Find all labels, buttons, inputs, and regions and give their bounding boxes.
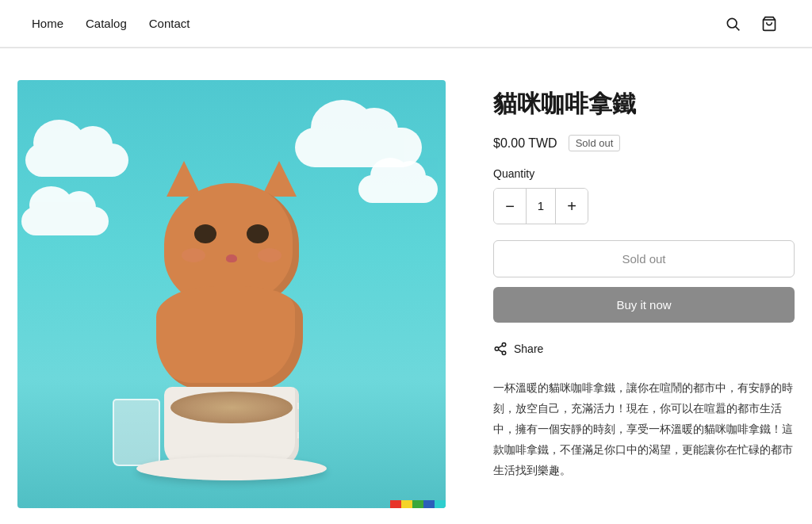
product-description: 一杯溫暖的貓咪咖啡拿鐵，讓你在喧鬧的都市中，有安靜的時刻，放空自己，充滿活力！現…	[493, 378, 795, 480]
cloud-4	[21, 207, 109, 235]
glass-left	[113, 399, 160, 466]
cloud-2	[358, 175, 438, 203]
page-content: 貓咪咖啡拿鐵 $0.00 TWD Sold out Quantity − 1 +…	[2, 80, 810, 508]
cat-cheek-left	[182, 248, 205, 262]
product-image	[17, 80, 446, 508]
saucer	[136, 457, 327, 480]
svg-point-3	[502, 343, 506, 347]
buy-now-button[interactable]: Buy it now	[493, 287, 795, 323]
quantity-control: − 1 +	[493, 188, 588, 224]
nav-home[interactable]: Home	[32, 17, 63, 30]
color-seg-blue	[423, 500, 435, 508]
color-strip	[390, 500, 446, 508]
cart-icon	[761, 16, 777, 32]
quantity-row: − 1 +	[493, 188, 795, 224]
coffee-cup	[164, 387, 299, 466]
latte-art	[170, 392, 293, 423]
header: Home Catalog Contact	[0, 0, 812, 48]
quantity-label: Quantity	[493, 167, 795, 180]
cat-nose	[226, 254, 237, 262]
svg-line-1	[736, 26, 740, 30]
share-label: Share	[514, 342, 543, 355]
color-seg-yellow	[401, 500, 412, 508]
cat-eye-left	[194, 224, 216, 243]
quantity-decrease-button[interactable]: −	[494, 189, 526, 224]
header-icons	[722, 13, 780, 35]
cat-ear-right	[262, 161, 297, 197]
cloud-3	[25, 143, 128, 177]
share-row[interactable]: Share	[493, 342, 795, 356]
cat-cheek-right	[258, 248, 282, 262]
product-details: 貓咪咖啡拿鐵 $0.00 TWD Sold out Quantity − 1 +…	[493, 80, 795, 508]
search-button[interactable]	[722, 13, 744, 35]
search-icon	[725, 16, 741, 32]
svg-line-7	[498, 346, 502, 348]
nav-catalog[interactable]: Catalog	[86, 17, 127, 30]
product-price: $0.00 TWD	[493, 136, 557, 151]
color-seg-cyan	[435, 500, 446, 508]
price-row: $0.00 TWD Sold out	[493, 135, 795, 151]
cat-eye-right	[247, 224, 269, 243]
svg-point-5	[502, 351, 506, 355]
color-seg-green	[412, 500, 423, 508]
quantity-increase-button[interactable]: +	[556, 189, 588, 224]
cart-button[interactable]	[758, 13, 780, 35]
cup-handle	[297, 403, 299, 438]
product-title: 貓咪咖啡拿鐵	[493, 88, 795, 119]
quantity-value: 1	[526, 189, 556, 224]
sold-out-badge: Sold out	[569, 135, 621, 151]
header-divider	[0, 48, 812, 48]
svg-point-0	[727, 18, 737, 28]
svg-line-6	[498, 350, 502, 352]
product-image-container	[17, 80, 446, 508]
share-icon	[493, 342, 508, 356]
svg-point-4	[495, 347, 499, 351]
cat-torso	[156, 286, 303, 389]
nav-contact[interactable]: Contact	[149, 17, 190, 30]
color-seg-red	[390, 500, 401, 508]
nav-links: Home Catalog Contact	[32, 17, 190, 30]
cat-body	[152, 183, 311, 389]
sold-out-button: Sold out	[493, 240, 795, 277]
